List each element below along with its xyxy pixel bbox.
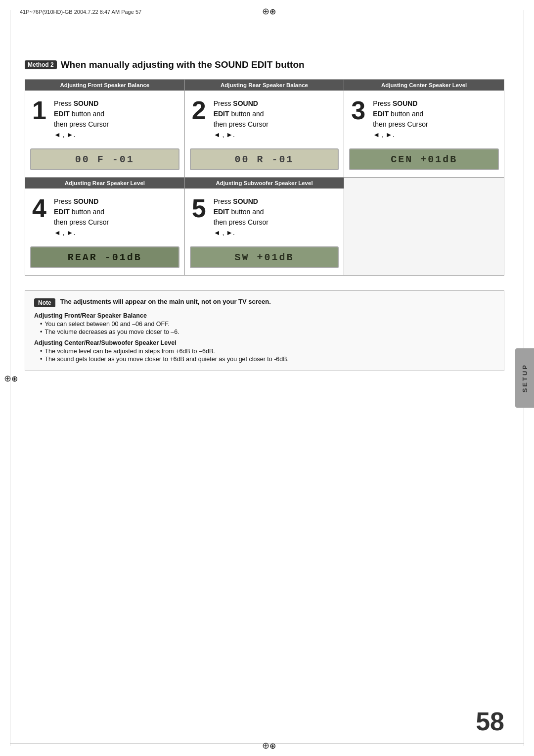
page-border-top [10,24,524,24]
note-bullet-1-1: You can select between 00 and –06 and OF… [40,321,495,328]
step-2-header: Adjusting Rear Speaker Balance [185,80,344,91]
side-tab-label: SETUP [521,364,529,392]
side-tab: SETUP [515,348,534,408]
step-cell-empty [344,178,504,275]
step-cell-2: Adjusting Rear Speaker Balance 2 Press S… [185,80,345,177]
method-badge: Method 2 [25,60,57,69]
step-4-lcd: REAR -01dB [30,246,179,268]
step-1-text: Press SOUND EDIT button and then press C… [54,97,109,130]
step-3-lcd: CEN +01dB [349,148,499,170]
step-2-number: 2 [192,97,210,123]
step-3-number-row: 3 Press SOUND EDIT button and then press… [351,97,497,130]
note-sub-section-1: Adjusting Front/Rear Speaker Balance You… [34,312,495,335]
step-2-lcd: 00 R -01 [190,148,339,170]
reg-mark-bottom: ⊕ [262,740,272,750]
steps-grid-top: Adjusting Front Speaker Balance 1 Press … [25,79,504,178]
step-4-body: 4 Press SOUND EDIT button and then press… [25,189,184,241]
step-3-text: Press SOUND EDIT button and then press C… [373,97,428,130]
step-cell-4: Adjusting Rear Speaker Level 4 Press SOU… [25,178,185,275]
step-3-body: 3 Press SOUND EDIT button and then press… [344,91,504,143]
note-section: Note The adjustments will appear on the … [25,290,504,371]
method-title: When manually adjusting with the SOUND E… [61,59,305,70]
step-5-text: Press SOUND EDIT button and then press C… [214,195,268,228]
page-container: ⊕ ⊕ ⊕ ⊕ 41P~76P(910HD)-GB 2004.7.22 8:47… [0,0,534,756]
print-header: 41P~76P(910HD)-GB 2004.7.22 8:47 AM Page… [20,9,141,15]
reg-mark-left: ⊕ [4,373,14,383]
step-5-body: 5 Press SOUND EDIT button and then press… [185,189,344,241]
step-3-arrows: ◄ , ►. [373,131,497,139]
step-5-arrows: ◄ , ►. [214,229,337,236]
reg-mark-top: ⊕ [262,6,272,16]
note-main-text: The adjustments will appear on the main … [60,298,271,305]
step-2-number-row: 2 Press SOUND EDIT button and then press… [192,97,337,130]
step-cell-5: Adjusting Subwoofer Speaker Level 5 Pres… [185,178,345,275]
step-cell-3: Adjusting Center Speaker Level 3 Press S… [344,80,504,177]
step-5-header: Adjusting Subwoofer Speaker Level [185,178,344,189]
note-header-row: Note The adjustments will appear on the … [34,298,495,307]
note-bullet-1-2: The volume decreases as you move closer … [40,329,495,335]
note-bullet-2-2: The sound gets louder as you move closer… [40,356,495,363]
step-1-arrows: ◄ , ►. [54,131,178,139]
step-1-number: 1 [32,97,50,123]
note-sub-title-1: Adjusting Front/Rear Speaker Balance [34,312,495,319]
page-number: 58 [476,707,504,736]
method-heading: Method 2 When manually adjusting with th… [25,59,504,70]
main-content: Method 2 When manually adjusting with th… [25,30,504,707]
step-1-header: Adjusting Front Speaker Balance [25,80,184,91]
note-badge: Note [34,298,55,307]
step-1-body: 1 Press SOUND EDIT button and then press… [25,91,184,143]
step-4-header: Adjusting Rear Speaker Level [25,178,184,189]
step-3-number: 3 [351,97,369,123]
step-4-number-row: 4 Press SOUND EDIT button and then press… [32,195,178,228]
step-4-number: 4 [32,195,50,221]
step-2-text: Press SOUND EDIT button and then press C… [214,97,268,130]
step-1-lcd: 00 F -01 [30,148,179,170]
step-3-header: Adjusting Center Speaker Level [344,80,504,91]
step-5-number-row: 5 Press SOUND EDIT button and then press… [192,195,337,228]
step-4-text: Press SOUND EDIT button and then press C… [54,195,109,228]
steps-grid-bottom: Adjusting Rear Speaker Level 4 Press SOU… [25,178,504,276]
step-2-arrows: ◄ , ►. [214,131,337,139]
step-1-number-row: 1 Press SOUND EDIT button and then press… [32,97,178,130]
step-2-body: 2 Press SOUND EDIT button and then press… [185,91,344,143]
step-4-arrows: ◄ , ►. [54,229,178,236]
step-5-lcd: SW +01dB [190,246,339,268]
step-cell-1: Adjusting Front Speaker Balance 1 Press … [25,80,185,177]
note-sub-title-2: Adjusting Center/Rear/Subwoofer Speaker … [34,339,495,346]
note-sub-section-2: Adjusting Center/Rear/Subwoofer Speaker … [34,339,495,363]
note-bullet-2-1: The volume level can be adjusted in step… [40,348,495,355]
step-5-number: 5 [192,195,210,221]
